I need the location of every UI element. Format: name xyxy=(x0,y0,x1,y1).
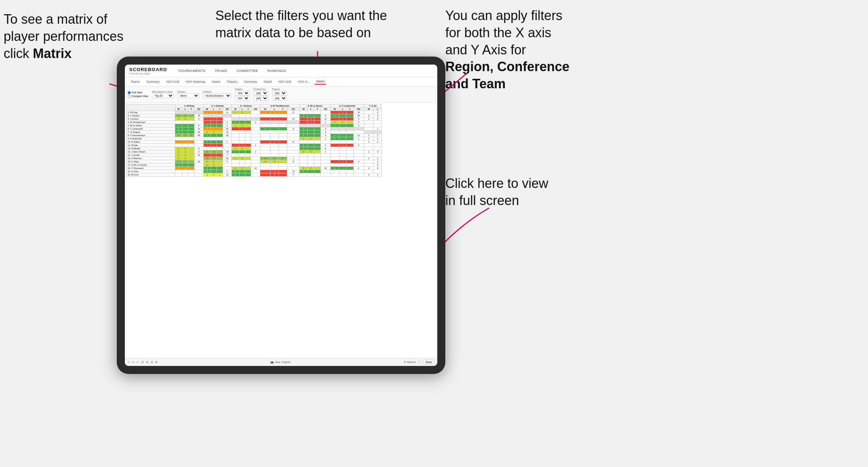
row-name-cell: 20. M Ford xyxy=(127,173,175,177)
matrix-cell xyxy=(217,157,223,160)
subnav-teams[interactable]: Teams xyxy=(129,79,141,84)
matrix-bold: Matrix xyxy=(33,46,72,61)
share-button[interactable]: Share xyxy=(423,360,434,364)
zoom-out-icon[interactable]: ⊟ xyxy=(151,361,153,364)
sh-d1: Dif xyxy=(194,108,203,111)
matrix-cell xyxy=(346,147,353,150)
division-select[interactable]: NCAA Division I xyxy=(203,93,231,98)
matrix-cell xyxy=(279,127,287,131)
nav-rankings[interactable]: RANKINGS xyxy=(266,68,288,73)
zoom-in-icon[interactable]: ⊞ xyxy=(146,361,149,364)
subnav-matrix-active[interactable]: Matrix xyxy=(315,79,326,85)
players-label: Players xyxy=(272,88,287,90)
nav-committee[interactable]: COMMITTEE xyxy=(235,68,260,73)
matrix-cell: 1 xyxy=(353,137,364,140)
matrix-cell: 1 xyxy=(211,117,216,121)
subnav-matrix-left[interactable]: Matrix xyxy=(211,79,222,84)
subnav-h2h-grid[interactable]: H2H Grid xyxy=(165,79,180,84)
table-row: 12. M Riedel1161116 xyxy=(127,147,382,150)
matrix-cell xyxy=(353,150,364,154)
matrix-cell xyxy=(188,121,194,124)
matrix-cell xyxy=(287,131,299,134)
radio-full-view[interactable]: Full View xyxy=(128,91,148,94)
matrix-cell xyxy=(339,173,346,177)
matrix-cell: 2 xyxy=(175,114,182,117)
matrix-cell xyxy=(308,134,314,137)
matrix-cell: 1 xyxy=(339,160,346,163)
matrix-cell: 2 xyxy=(239,167,245,170)
matrix-cell xyxy=(217,121,223,124)
matrix-cell xyxy=(270,124,279,127)
nav-tournaments[interactable]: TOURNAMENTS xyxy=(177,68,207,73)
matrix-cell: 13 xyxy=(287,117,299,121)
matrix-cell xyxy=(251,134,260,137)
matrix-cell xyxy=(314,127,321,131)
matrix-cell xyxy=(260,121,270,124)
matrix-cell xyxy=(300,117,308,121)
table-row: 20. M Ford3311121711 xyxy=(127,173,382,177)
watch-label[interactable]: 👁 Watch ▾ xyxy=(404,361,416,364)
sh-t1: T xyxy=(188,108,194,111)
nav-teams[interactable]: TEAMS xyxy=(214,68,229,73)
annotation-matrix: To see a matrix ofplayer performancescli… xyxy=(4,11,128,62)
matrix-cell-last: 2 xyxy=(374,114,382,117)
subnav-h2h-grid2[interactable]: H2H Grid xyxy=(277,79,292,84)
matrix-cell xyxy=(245,114,251,117)
matrix-cell: 1 xyxy=(270,173,279,177)
region-select1[interactable]: N/A xyxy=(235,91,250,96)
matrix-cell xyxy=(239,154,245,157)
matrix-cell: 1 xyxy=(175,167,182,170)
matrix-cell: 2 xyxy=(232,167,239,170)
matrix-cell xyxy=(217,124,223,127)
players-select1[interactable]: (All) xyxy=(272,91,287,96)
matrix-cell xyxy=(223,144,232,147)
subnav-h2hh[interactable]: H2H H... xyxy=(296,79,311,84)
subnav-detail[interactable]: Detail xyxy=(262,79,273,84)
matrix-cell xyxy=(260,144,270,147)
redo-icon[interactable]: ↪ xyxy=(132,361,134,364)
col-6-header: 6. C Lamprecht xyxy=(330,104,364,108)
region-select2[interactable]: N/A xyxy=(235,96,250,101)
subnav-players[interactable]: Players xyxy=(226,79,239,84)
redo2-icon[interactable]: ↩ xyxy=(137,361,139,364)
matrix-cell: 10 xyxy=(251,167,260,170)
sh-w7: W xyxy=(364,108,374,111)
subnav-h2h-heatmap[interactable]: H2H Heatmap xyxy=(184,79,207,84)
view-original: 📺 View: Original xyxy=(270,361,290,364)
settings-icon[interactable]: ⚙ xyxy=(155,361,157,364)
matrix-cell xyxy=(211,170,216,173)
gender-select[interactable]: Men's xyxy=(177,93,199,98)
subnav-summary[interactable]: Summary xyxy=(145,79,161,84)
matrix-cell xyxy=(279,150,287,154)
row-name-cell: 16. K Vilips xyxy=(127,160,175,163)
matrix-cell xyxy=(223,117,232,121)
radio-compact-view[interactable]: Compact View xyxy=(128,95,148,98)
matrix-cell-last xyxy=(374,131,382,134)
matrix-container[interactable]: 1. W Ding 2. L Clanton 3. J Koivun 4. M … xyxy=(125,103,437,358)
matrix-cell: 1 xyxy=(175,140,182,144)
matrix-cell-last: 5 xyxy=(374,167,382,170)
matrix-cell xyxy=(217,137,223,140)
sh-d3: Dif xyxy=(251,108,260,111)
players-select2[interactable]: (All) xyxy=(272,96,287,101)
table-row: 6. C Lamprecht11124124116131 xyxy=(127,127,382,131)
matrix-cell xyxy=(321,124,331,127)
fullscreen-icon[interactable]: ⛶ xyxy=(418,361,421,363)
matrix-cell xyxy=(232,154,239,157)
matrix-cell: 1 xyxy=(270,117,279,121)
matrix-cell: 3 xyxy=(183,167,188,170)
sh-l1: L xyxy=(183,108,188,111)
link-icon[interactable]: 🔗 xyxy=(141,361,144,364)
matrix-cell xyxy=(321,170,331,173)
conference-select2[interactable]: (All) xyxy=(253,96,268,101)
max-players-select[interactable]: Top 25 xyxy=(152,93,174,98)
matrix-cell: 1 xyxy=(239,157,245,160)
undo-icon[interactable]: ↩ xyxy=(128,361,130,364)
matrix-cell xyxy=(353,173,364,177)
matrix-cell: 2 xyxy=(188,134,194,137)
matrix-cell xyxy=(203,114,211,117)
subnav-summary2[interactable]: Summary xyxy=(242,79,258,84)
conference-select1[interactable]: (All) xyxy=(253,91,268,96)
matrix-cell xyxy=(223,147,232,150)
matrix-cell xyxy=(260,167,270,170)
